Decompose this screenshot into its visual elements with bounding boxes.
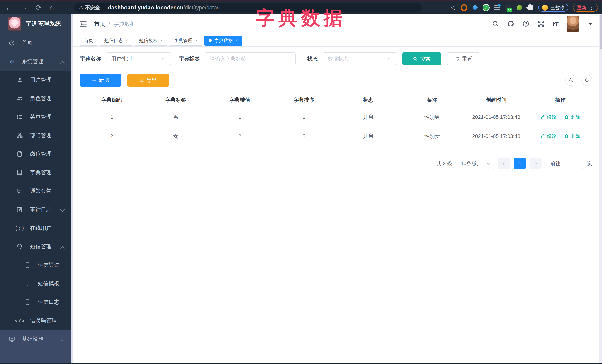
- user-avatar[interactable]: [567, 16, 579, 32]
- app-logo: [8, 17, 22, 31]
- sidebar-scrollbar[interactable]: [71, 14, 73, 364]
- security-label[interactable]: 不安全: [85, 4, 100, 11]
- download-icon: [140, 78, 144, 83]
- dict-name-label: 字典名称: [80, 55, 101, 62]
- goto-page-input[interactable]: [565, 158, 583, 169]
- sidebar-item-sms-log[interactable]: 短信日志: [0, 293, 73, 312]
- search-icon: [413, 56, 418, 61]
- breadcrumb-home[interactable]: 首页: [94, 20, 105, 28]
- chrome-menu-dots-icon[interactable]: ⋮: [589, 5, 594, 11]
- sidebar-item-posts[interactable]: 岗位管理: [0, 145, 73, 163]
- extension-check-icon[interactable]: ✓: [483, 5, 489, 10]
- reload-icon[interactable]: ⟳: [36, 4, 42, 11]
- sidebar-item-home[interactable]: 首页: [0, 34, 73, 52]
- page-size-select[interactable]: 10条/页: [457, 158, 494, 169]
- dict-label-input[interactable]: 请输入字典标签: [205, 52, 296, 65]
- help-icon[interactable]: [522, 20, 529, 28]
- page-number-button[interactable]: 1: [514, 158, 526, 169]
- message-bubble-icon: [16, 188, 23, 194]
- status-label: 状态: [307, 55, 318, 62]
- col-dict-value: 字典键值: [208, 92, 272, 108]
- export-button[interactable]: 导出: [128, 74, 169, 87]
- dict-name-select[interactable]: 用户性别: [106, 52, 171, 65]
- sidebar-item-dict[interactable]: 字典管理: [0, 163, 73, 182]
- sidebar-item-error-codes[interactable]: </> 错误码管理: [0, 312, 73, 330]
- total-count: 共 2 条: [436, 160, 452, 167]
- status-select[interactable]: 数据状态: [323, 52, 397, 65]
- col-dict-code: 字典编码: [80, 92, 144, 108]
- font-size-icon[interactable]: tT: [553, 21, 559, 28]
- phone-icon: [24, 281, 31, 287]
- fullscreen-icon[interactable]: [538, 20, 545, 28]
- paused-label: 已暂停: [550, 4, 565, 11]
- extension-donut-icon[interactable]: [461, 4, 467, 11]
- extension-sliders-icon[interactable]: [494, 4, 500, 11]
- extension-gem-icon[interactable]: [472, 4, 478, 11]
- tab-dict-manage[interactable]: 字典管理 ×: [170, 36, 202, 46]
- phone-icon: [24, 299, 31, 305]
- sidebar-item-system[interactable]: ⚙ 系统管理: [0, 52, 73, 71]
- page-scrollbar[interactable]: [599, 14, 602, 364]
- github-icon[interactable]: [507, 20, 514, 28]
- header-search-icon[interactable]: [492, 20, 499, 28]
- sidebar-item-audit-log[interactable]: 审计日志: [0, 200, 73, 219]
- extension-on-badge-icon[interactable]: on: [505, 4, 511, 11]
- col-dict-label: 字典标签: [144, 92, 208, 108]
- back-icon[interactable]: ←: [5, 4, 12, 11]
- sidebar-item-online-users[interactable]: (:) 在线用户: [0, 219, 73, 237]
- dict-data-table: 字典编码 字典标签 字典键值 字典排序 状态 备注 创建时间 操作 1 男 1 …: [80, 92, 592, 146]
- next-page-button[interactable]: ›: [530, 158, 542, 169]
- sidebar-item-departments[interactable]: 部门管理: [0, 126, 73, 145]
- pagination: 共 2 条 10条/页 ‹ 1 › 前往 页: [80, 158, 592, 169]
- extensions-puzzle-icon[interactable]: [527, 4, 533, 11]
- avatar-caret-icon[interactable]: [588, 23, 592, 25]
- breadcrumb-separator: /: [108, 21, 110, 27]
- close-icon[interactable]: ×: [195, 38, 198, 43]
- bookmark-star-icon[interactable]: ☆: [451, 4, 456, 11]
- extension-leaf-icon[interactable]: [516, 4, 522, 11]
- sidebar-item-infrastructure[interactable]: 基础设施: [0, 330, 73, 348]
- users-group-icon: [16, 95, 23, 102]
- sidebar-item-sms-channel[interactable]: 短信渠道: [0, 256, 73, 274]
- close-icon[interactable]: ×: [125, 38, 128, 43]
- tab-sms-log[interactable]: 短信日志 ×: [100, 36, 132, 46]
- delete-link[interactable]: 删除: [564, 133, 580, 139]
- tab-home[interactable]: 首页: [80, 36, 97, 46]
- tab-dict-data[interactable]: 字典数据 ×: [204, 36, 242, 46]
- sidebar-item-roles[interactable]: 角色管理: [0, 89, 73, 108]
- search-button[interactable]: 搜索: [402, 52, 441, 65]
- scrollbar-thumb[interactable]: [600, 14, 602, 50]
- table-row[interactable]: 1 男 1 1 开启 性别男 2021-01-05 17:03:48 修改 删除: [80, 108, 592, 127]
- close-icon[interactable]: ×: [236, 38, 238, 43]
- tab-sms-template[interactable]: 短信模板 ×: [135, 36, 167, 46]
- chrome-update-button[interactable]: 更新 ⋮: [573, 3, 598, 12]
- app-header: 首页 / 字典数据 tT: [73, 14, 599, 35]
- refresh-table-button[interactable]: [581, 75, 592, 86]
- chevron-down-icon: [388, 56, 392, 60]
- app-logo-row[interactable]: 芋道管理系统: [0, 14, 73, 34]
- edit-link[interactable]: 修改: [540, 114, 557, 120]
- forward-icon[interactable]: →: [20, 4, 27, 11]
- reset-button[interactable]: 重置: [447, 52, 480, 65]
- sidebar-item-sms-template[interactable]: 短信模板: [0, 274, 73, 293]
- chevron-down-icon: [60, 337, 65, 341]
- sidebar-item-users[interactable]: 用户管理: [0, 71, 73, 89]
- browser-chrome: ← → ⟳ ⌂ ⚠ 不安全 dashboard.yudao.iocoder.cn…: [0, 1, 602, 14]
- status-value: 开启: [336, 108, 400, 127]
- sidebar-item-menus[interactable]: 菜单管理: [0, 108, 73, 126]
- sidebar-item-sms[interactable]: 短信管理: [0, 237, 73, 256]
- prev-page-button[interactable]: ‹: [498, 158, 510, 169]
- toggle-search-button[interactable]: [565, 75, 576, 86]
- home-icon[interactable]: ⌂: [50, 4, 54, 11]
- url-bar[interactable]: ⚠ 不安全 dashboard.yudao.iocoder.cn /dict/t…: [74, 3, 422, 12]
- add-button[interactable]: 新增: [80, 74, 121, 87]
- sidebar: 芋道管理系统 首页 ⚙ 系统管理 用户管理 角色管理 菜单管理 部门管理: [0, 14, 73, 364]
- delete-link[interactable]: 删除: [564, 114, 580, 120]
- goto-unit: 页: [587, 160, 592, 167]
- table-row[interactable]: 2 女 2 2 开启 性别女 2021-01-05 17:03:48 修改 删除: [80, 127, 592, 146]
- sidebar-item-notice[interactable]: 通知公告: [0, 182, 73, 200]
- edit-link[interactable]: 修改: [540, 133, 557, 139]
- sidebar-toggle-icon[interactable]: [79, 20, 87, 28]
- close-icon[interactable]: ×: [160, 38, 163, 43]
- profile-paused-pill[interactable]: 已暂停: [538, 3, 568, 12]
